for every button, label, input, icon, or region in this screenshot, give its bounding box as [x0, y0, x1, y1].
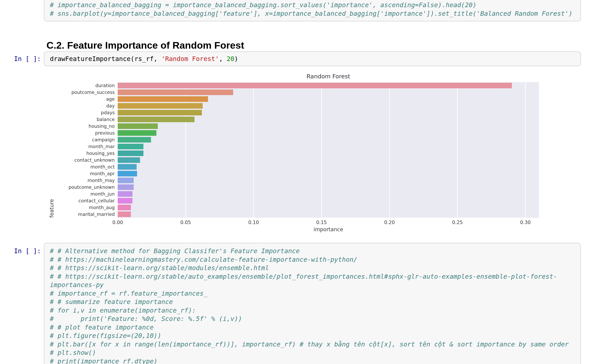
- code-area-input[interactable]: drawFeatureImportance(rs_rf, 'Random For…: [50, 55, 581, 63]
- code-line: # # summarize feature importance: [50, 298, 581, 306]
- code-line: # plt.show(): [50, 348, 581, 357]
- bar-poutcome_unknown: [118, 184, 134, 190]
- y-tick-label: month_apr: [48, 171, 115, 176]
- input-prompt: In [ ]:: [0, 55, 41, 63]
- bar-marital_married: [118, 211, 131, 217]
- bar-month_jun: [118, 191, 133, 197]
- bar-contact_unknown: [118, 157, 140, 163]
- x-tick-label: 0.00: [106, 220, 130, 225]
- feature-importance-chart: Random Forest feature durationpoutcome_s…: [48, 71, 540, 236]
- y-tick-label: housing_no: [48, 124, 115, 129]
- code-line: # # https://machinelearningmastery.com/c…: [50, 255, 581, 264]
- bar-age: [118, 96, 208, 102]
- code-line: # # plot feature importance: [50, 323, 581, 332]
- bar-poutcome_success: [118, 89, 233, 95]
- code-line: # importance_balanced_bagging = importan…: [50, 1, 581, 9]
- code-token-plain: ,: [219, 55, 227, 63]
- bar-campaign: [118, 137, 151, 143]
- y-tick-label: previous: [48, 130, 115, 135]
- code-cell-top[interactable]: # importance_balanced_bagging = importan…: [44, 0, 581, 21]
- bar-previous: [118, 130, 156, 136]
- y-tick-label: duration: [48, 83, 115, 88]
- x-tick-label: 0.30: [514, 220, 537, 225]
- bar-balance: [118, 117, 194, 122]
- input-prompt-bottom: In [ ]:: [0, 247, 41, 255]
- gridline: [185, 82, 186, 218]
- gridline: [525, 82, 526, 218]
- code-token-plain: drawFeatureImportance(rs_rf,: [50, 55, 161, 63]
- code-cell-input[interactable]: drawFeatureImportance(rs_rf, 'Random For…: [44, 51, 581, 66]
- code-line: # print('Feature: %0d, Score: %.5f' % (i…: [50, 315, 581, 323]
- gridline: [321, 82, 322, 218]
- y-tick-label: housing_yes: [48, 151, 115, 156]
- y-tick-label: month_aug: [48, 205, 115, 210]
- y-tick-label: poutcome_unknown: [48, 185, 115, 190]
- code-token-string: 'Random Forest': [161, 55, 219, 63]
- y-tick-label: balance: [48, 117, 115, 122]
- y-tick-label: contact_unknown: [48, 158, 115, 162]
- y-tick-label: contact_cellular: [48, 198, 115, 203]
- code-line: # for i,v in enumerate(importance_rf):: [50, 306, 581, 315]
- bar-month_aug: [118, 205, 131, 210]
- code-token-number: 20: [227, 55, 234, 63]
- bar-housing_no: [118, 123, 158, 129]
- y-tick-label: poutcome_success: [48, 90, 115, 95]
- gridline: [457, 82, 458, 218]
- bar-month_oct: [118, 164, 137, 170]
- bar-month_may: [118, 178, 134, 183]
- gridline: [389, 82, 390, 218]
- x-tick-label: 0.05: [174, 220, 198, 225]
- y-axis-label: feature: [49, 82, 55, 218]
- gridline: [253, 82, 254, 218]
- x-tick-label: 0.15: [310, 220, 333, 225]
- chart-title: Random Forest: [118, 73, 539, 80]
- code-line: # plt.bar([x for x in range(len(importan…: [50, 340, 581, 349]
- y-tick-label: month_jun: [48, 192, 115, 196]
- code-area-top[interactable]: # importance_balanced_bagging = importan…: [50, 1, 581, 18]
- code-line: # plt.figure(figsize=(20,10)): [50, 332, 581, 340]
- section-heading: C.2. Feature Importance of Random Forest: [46, 40, 244, 51]
- x-tick-label: 0.10: [241, 220, 266, 225]
- bar-month_mar: [118, 144, 143, 149]
- code-line: # sns.barplot(y=importance_balanced_bagg…: [50, 9, 581, 18]
- bar-contact_cellular: [118, 198, 133, 203]
- y-tick-label: marital_married: [48, 212, 115, 217]
- x-tick-label: 0.20: [378, 220, 401, 225]
- code-line: # # https://scikit-learn.org/stable/auto…: [50, 272, 581, 289]
- y-tick-label: month_oct: [48, 164, 115, 169]
- code-line: # # Alternative method for Bagging Class…: [50, 247, 581, 255]
- y-tick-label: age: [48, 97, 115, 101]
- plot-area: [118, 82, 539, 218]
- x-axis-label: importance: [118, 226, 539, 232]
- bar-month_apr: [118, 171, 137, 176]
- code-line: # # https://scikit-learn.org/stable/modu…: [50, 264, 581, 272]
- x-tick-label: 0.25: [445, 220, 469, 225]
- bar-pdays: [118, 110, 202, 115]
- bar-housing_yes: [118, 151, 143, 156]
- code-cell-bottom[interactable]: # # Alternative method for Bagging Class…: [44, 243, 581, 364]
- code-token-plain: ): [234, 55, 238, 63]
- code-line: # print(importance_rf.dtype): [50, 357, 581, 364]
- y-tick-label: month_mar: [48, 144, 115, 149]
- code-area-bottom[interactable]: # # Alternative method for Bagging Class…: [50, 247, 581, 364]
- y-tick-label: day: [48, 104, 115, 108]
- code-line: # importance_rf = rf.feature_importances…: [50, 289, 581, 298]
- y-tick-label: campaign: [48, 137, 115, 142]
- bar-day: [118, 103, 203, 109]
- gridline: [118, 82, 118, 218]
- y-tick-label: month_may: [48, 178, 115, 183]
- y-tick-label: pdays: [48, 110, 115, 115]
- bar-duration: [118, 83, 512, 88]
